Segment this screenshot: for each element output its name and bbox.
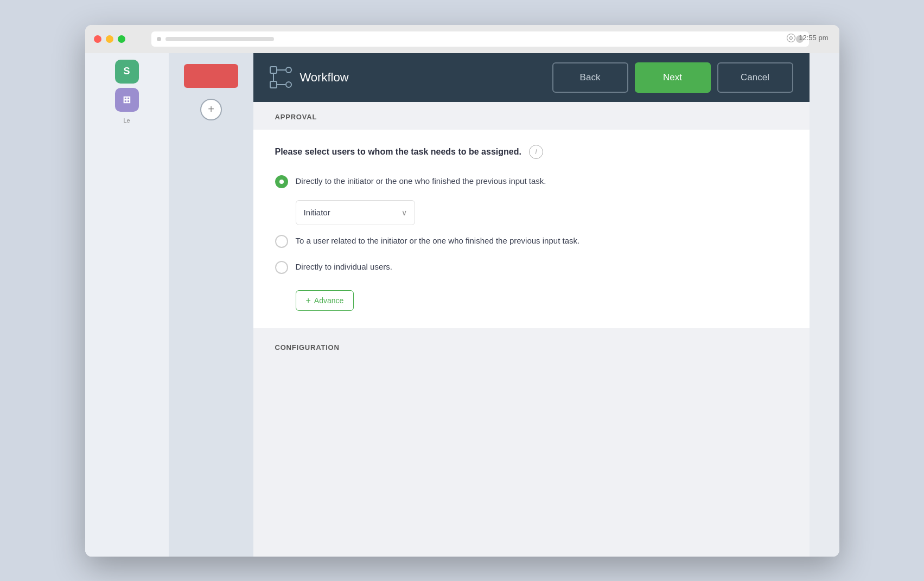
approval-section: Please select users to whom the task nee…: [253, 130, 810, 328]
titlebar: ⊙ 12:55 pm: [85, 25, 839, 53]
approval-section-label: APPROVAL: [253, 102, 810, 130]
advance-button[interactable]: + Advance: [296, 290, 354, 311]
workflow-header: Workflow Back Next Cancel: [253, 53, 810, 102]
app-sidebar: S ⊞ Le: [85, 53, 169, 557]
svg-rect-1: [270, 81, 277, 88]
question-row: Please select users to whom the task nee…: [275, 145, 788, 159]
chevron-down-icon: ∨: [402, 208, 407, 217]
radio-option-3: Directly to individual users.: [275, 260, 788, 274]
url-bar-security-icon: [157, 37, 161, 41]
svg-point-2: [286, 67, 291, 73]
advance-button-label: Advance: [314, 296, 343, 305]
dropdown-value: Initiator: [304, 208, 330, 217]
workflow-node-red[interactable]: [184, 64, 238, 88]
radio-button-3[interactable]: [275, 261, 288, 274]
radio-option-1: Directly to the initiator or the one who…: [275, 174, 788, 188]
plus-icon: +: [306, 296, 311, 305]
current-time: 12:55 pm: [799, 34, 828, 42]
dropdown-wrapper: Initiator ∨: [296, 200, 788, 225]
url-bar[interactable]: [151, 31, 809, 47]
sidebar-item-s[interactable]: S: [115, 60, 139, 84]
radio-label-2: To a user related to the initiator or th…: [296, 234, 580, 246]
svg-point-3: [286, 82, 291, 87]
question-text: Please select users to whom the task nee…: [275, 147, 521, 157]
traffic-light-close[interactable]: [94, 35, 101, 43]
time-display: ⊙ 12:55 pm: [787, 34, 828, 42]
traffic-light-minimize[interactable]: [106, 35, 113, 43]
next-button[interactable]: Next: [635, 62, 711, 93]
sidebar-item-le[interactable]: ⊞: [115, 88, 139, 112]
configuration-section-label: CONFIGURATION: [253, 333, 810, 360]
workflow-icon: [270, 66, 292, 89]
svg-rect-0: [270, 67, 277, 73]
workflow-title: Workflow: [300, 71, 552, 85]
radio-label-3: Directly to individual users.: [296, 260, 392, 272]
back-button[interactable]: Back: [552, 62, 628, 93]
traffic-light-fullscreen[interactable]: [118, 35, 125, 43]
info-icon[interactable]: i: [529, 145, 543, 159]
sidebar-label-le: Le: [123, 117, 130, 124]
cancel-button[interactable]: Cancel: [717, 62, 793, 93]
radio-button-2[interactable]: [275, 235, 288, 248]
radio-label-1: Directly to the initiator or the one who…: [296, 174, 546, 187]
initiator-dropdown[interactable]: Initiator ∨: [296, 200, 415, 225]
url-bar-address: [165, 37, 274, 41]
add-node-button[interactable]: +: [200, 99, 222, 120]
time-icon: ⊙: [787, 34, 795, 42]
header-buttons: Back Next Cancel: [552, 62, 793, 93]
workflow-canvas: +: [169, 53, 253, 557]
right-sidebar: [810, 53, 839, 557]
content-area: APPROVAL Please select users to whom the…: [253, 102, 810, 557]
radio-button-1[interactable]: [275, 175, 288, 188]
radio-option-2: To a user related to the initiator or th…: [275, 234, 788, 248]
